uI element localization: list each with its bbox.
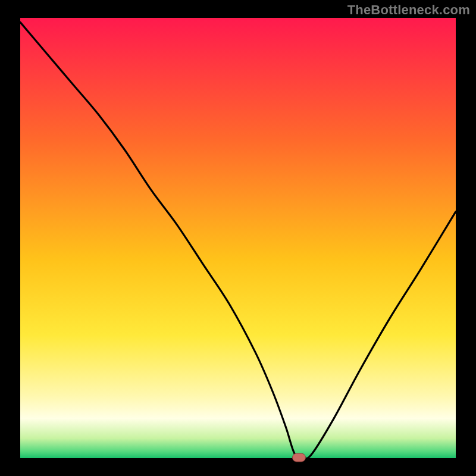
plot-background-gradient: [20, 18, 456, 458]
optimal-point-marker: [292, 453, 305, 462]
bottleneck-chart: [0, 0, 476, 476]
chart-frame: TheBottleneck.com: [0, 0, 476, 476]
watermark-text: TheBottleneck.com: [347, 2, 470, 18]
